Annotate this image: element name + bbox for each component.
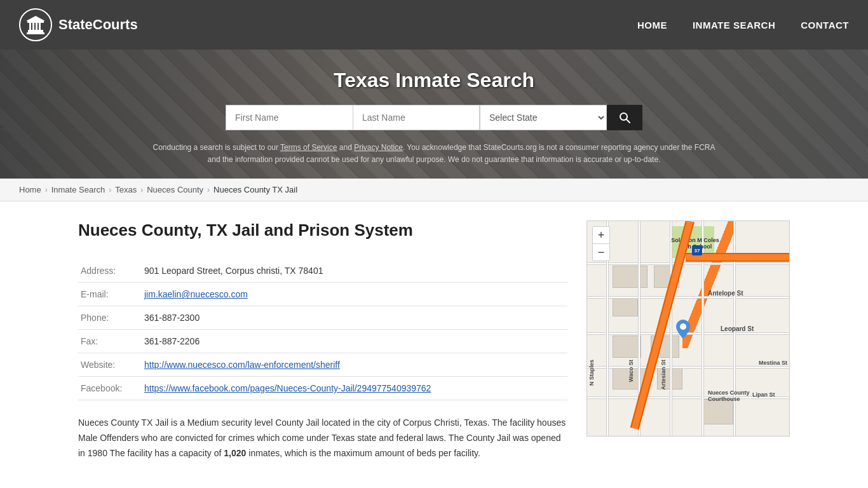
svg-rect-4 (29, 23, 31, 30)
svg-rect-3 (27, 21, 44, 23)
facility-heading: Nueces County, TX Jail and Prison System (78, 220, 567, 240)
top-navigation: StateCourts HOME INMATE SEARCH CONTACT (0, 0, 868, 50)
breadcrumb-sep-3: › (140, 186, 143, 194)
first-name-input[interactable] (226, 105, 353, 130)
road-buffalo (587, 262, 789, 265)
breadcrumb-county[interactable]: Nueces County (147, 185, 203, 194)
facebook-cell: https://www.facebook.com/pages/Nueces-Co… (142, 377, 567, 400)
email-row: E-mail: jim.kaelin@nuecesco.com (78, 283, 567, 306)
facebook-label: Facebook: (78, 377, 142, 400)
facility-info: Nueces County, TX Jail and Prison System… (78, 220, 567, 461)
nav-contact[interactable]: CONTACT (801, 20, 849, 30)
nav-home[interactable]: HOME (637, 20, 667, 30)
breadcrumb: Home › Inmate Search › Texas › Nueces Co… (0, 179, 868, 201)
address-value: 901 Leopard Street, Corpus christi, TX 7… (142, 259, 567, 283)
terms-link[interactable]: Terms of Service (280, 143, 337, 152)
map-area: Solomon M ColesHigh School Buffalo St An… (587, 220, 790, 461)
description-text-end: inmates, which is the maximum amount of … (246, 448, 480, 458)
fax-row: Fax: 361-887-2206 (78, 330, 567, 353)
facility-description: Nueces County TX Jail is a Medium securi… (78, 416, 567, 461)
nav-inmate-search[interactable]: INMATE SEARCH (693, 20, 775, 30)
address-row: Address: 901 Leopard Street, Corpus chri… (78, 259, 567, 283)
interstate-shield-37: 37 (692, 245, 702, 255)
last-name-input[interactable] (353, 105, 480, 130)
fax-label: Fax: (78, 330, 142, 353)
svg-rect-5 (32, 23, 34, 30)
block-4 (613, 336, 641, 358)
road-antelope (587, 296, 789, 299)
search-button[interactable] (607, 105, 642, 130)
block-3 (613, 297, 638, 316)
zoom-in-button[interactable]: + (593, 227, 609, 243)
breadcrumb-sep-2: › (109, 186, 111, 194)
hero-section: Texas Inmate Search Select StateAlabamaA… (0, 50, 868, 179)
website-label: Website: (78, 353, 142, 377)
svg-marker-8 (26, 16, 45, 21)
privacy-link[interactable]: Privacy Notice (354, 143, 403, 152)
label-waco: Waco St (628, 360, 634, 382)
map-zoom-controls: + − (592, 226, 610, 261)
label-mestina: Mestina St (759, 360, 787, 366)
road-artesian (670, 221, 672, 436)
svg-line-10 (627, 119, 630, 123)
label-artesian: Artesian St (660, 360, 667, 390)
breadcrumb-state[interactable]: Texas (115, 185, 137, 194)
zoom-out-button[interactable]: − (593, 244, 609, 261)
svg-rect-6 (36, 23, 37, 30)
hero-title: Texas Inmate Search (13, 69, 855, 92)
svg-rect-2 (27, 32, 44, 34)
site-logo[interactable]: StateCourts (19, 8, 138, 41)
label-lipan: Lipan St (752, 391, 775, 398)
breadcrumb-sep-4: › (207, 186, 210, 194)
website-row: Website: http://www.nuecesco.com/law-enf… (78, 353, 567, 377)
svg-point-11 (680, 323, 686, 330)
facility-details-table: Address: 901 Leopard Street, Corpus chri… (78, 259, 567, 400)
block-1 (613, 266, 648, 288)
breadcrumb-current: Nueces County TX Jail (214, 185, 297, 194)
label-nstaples: N Staples (588, 360, 595, 386)
email-label: E-mail: (78, 283, 142, 306)
fax-value: 361-887-2206 (142, 330, 567, 353)
label-nueces-courthouse: Nueces CountyCourthouse (708, 390, 750, 402)
search-icon (618, 111, 631, 124)
phone-value: 361-887-2300 (142, 306, 567, 330)
logo-text: StateCourts (58, 17, 138, 33)
map-background: Solomon M ColesHigh School Buffalo St An… (587, 221, 789, 436)
main-content: Nueces County, TX Jail and Prison System… (53, 201, 815, 480)
facility-capacity: 1,020 (224, 448, 246, 458)
email-cell: jim.kaelin@nuecesco.com (142, 283, 567, 306)
state-select[interactable]: Select StateAlabamaAlaskaArizonaArkansas… (480, 105, 607, 130)
phone-label: Phone: (78, 306, 142, 330)
phone-row: Phone: 361-887-2300 (78, 306, 567, 330)
website-cell: http://www.nuecesco.com/law-enforcement/… (142, 353, 567, 377)
facebook-row: Facebook: https://www.facebook.com/pages… (78, 377, 567, 400)
label-leopard: Leopard St (721, 325, 754, 332)
nav-links: HOME INMATE SEARCH CONTACT (637, 20, 849, 30)
road-mestina (587, 366, 789, 369)
svg-rect-1 (28, 30, 43, 32)
email-link[interactable]: jim.kaelin@nuecesco.com (144, 289, 248, 299)
breadcrumb-inmate-search[interactable]: Inmate Search (51, 185, 105, 194)
svg-rect-7 (39, 23, 41, 30)
breadcrumb-sep-1: › (45, 186, 48, 194)
courthouse-block (702, 399, 733, 424)
label-antelope: Antelope St (708, 290, 743, 297)
facebook-link[interactable]: https://www.facebook.com/pages/Nueces-Co… (144, 383, 431, 393)
breadcrumb-home[interactable]: Home (19, 185, 41, 194)
map-pin (676, 320, 690, 339)
search-bar: Select StateAlabamaAlaskaArizonaArkansas… (13, 105, 855, 130)
website-link[interactable]: http://www.nuecesco.com/law-enforcement/… (144, 360, 340, 370)
address-label: Address: (78, 259, 142, 283)
disclaimer-text: Conducting a search is subject to our Te… (148, 142, 720, 166)
map-container: Solomon M ColesHigh School Buffalo St An… (587, 220, 790, 437)
